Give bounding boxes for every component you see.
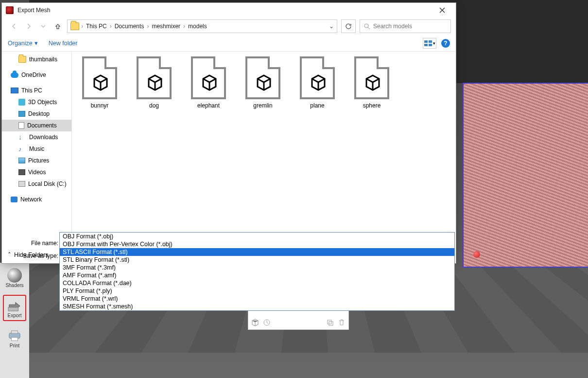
folder-icon (70, 22, 79, 30)
app-left-toolbar: Shaders Export Print (0, 263, 29, 378)
breadcrumb-sep: › (81, 23, 83, 30)
file-name: bunnyr (91, 102, 109, 109)
tree-item-network[interactable]: Network (2, 194, 71, 205)
savetype-dropdown-list[interactable]: OBJ Format (*.obj)OBJ Format with Per-Ve… (59, 232, 455, 311)
tree-item-label: Desktop (28, 110, 50, 117)
dialog-toolbar: Organize ▾ New folder ▾ ? (2, 35, 456, 52)
svg-rect-9 (429, 40, 432, 43)
organize-label: Organize (8, 40, 33, 47)
format-option[interactable]: AMF Format (*.amf) (60, 271, 454, 279)
forward-button[interactable] (23, 21, 34, 32)
format-option[interactable]: COLLADA Format (*.dae) (60, 279, 454, 287)
svg-rect-3 (12, 337, 18, 341)
file-name: gremlin (253, 102, 272, 109)
back-button[interactable] (9, 21, 19, 32)
nav-tree[interactable]: thumbnailsOneDriveThis PC3D ObjectsDeskt… (2, 52, 72, 234)
address-bar[interactable]: › This PC › Documents › meshmixer › mode… (67, 19, 337, 33)
tree-item-videos[interactable]: Videos (2, 166, 71, 178)
tree-item-desktop[interactable]: Desktop (2, 108, 71, 120)
clock-icon[interactable] (263, 319, 271, 326)
tree-item-pictures[interactable]: Pictures (2, 155, 71, 166)
svg-rect-0 (8, 307, 18, 310)
file-list[interactable]: bunnyrdogelephantgremlinplanesphere (72, 52, 456, 234)
tree-item-this-pc[interactable]: This PC (2, 85, 71, 96)
breadcrumb-item[interactable]: models (187, 23, 208, 30)
dialog-titlebar: Export Mesh (2, 3, 456, 18)
up-button[interactable] (52, 21, 63, 32)
file-name: elephant (197, 102, 220, 109)
file-icon (82, 56, 117, 99)
recent-button[interactable] (38, 21, 49, 32)
hide-folders-label: Hide Folders (14, 252, 49, 258)
print-button[interactable]: Print (3, 325, 26, 351)
file-icon (300, 56, 335, 99)
breadcrumb-sep: › (110, 23, 112, 30)
breadcrumb-sep: › (147, 23, 149, 30)
file-icon (137, 56, 172, 99)
tree-item-label: Music (29, 145, 44, 152)
tree-item-documents[interactable]: Documents (2, 120, 71, 131)
breadcrumb-item[interactable]: Documents (114, 23, 145, 30)
tree-item-downloads[interactable]: ↓Downloads (2, 131, 71, 143)
format-option[interactable]: OBJ Format with Per-Vertex Color (*.obj) (60, 240, 454, 248)
shaders-label: Shaders (5, 283, 23, 288)
format-option[interactable]: OBJ Format (*.obj) (60, 233, 454, 240)
address-dropdown-icon[interactable]: ⌄ (329, 23, 334, 30)
cube-icon[interactable] (251, 319, 259, 326)
svg-rect-10 (424, 44, 428, 46)
format-option[interactable]: 3MF Format (*.3mf) (60, 264, 454, 271)
tree-item-label: Videos (28, 169, 46, 176)
tree-item-label: Documents (27, 122, 57, 129)
svg-rect-8 (424, 40, 428, 43)
format-option[interactable]: PLY Format (*.ply) (60, 287, 454, 295)
sphere-icon (7, 268, 22, 283)
file-item[interactable]: dog (133, 56, 175, 109)
file-item[interactable]: plane (296, 56, 338, 109)
breadcrumb-item[interactable]: meshmixer (151, 23, 181, 30)
viewport-gizmo (473, 251, 480, 258)
tree-item-label: thumbnails (29, 56, 57, 63)
format-option[interactable]: SMESH Format (*.smesh) (60, 303, 454, 310)
view-mode-button[interactable]: ▾ (423, 38, 436, 49)
chevron-up-icon: ˄ (8, 251, 11, 258)
format-option[interactable]: STL ASCII Format (*.stl) (60, 248, 454, 256)
trash-icon[interactable] (338, 319, 346, 326)
svg-rect-2 (12, 330, 18, 333)
search-input[interactable] (373, 23, 447, 30)
file-item[interactable]: sphere (351, 56, 393, 109)
refresh-button[interactable] (341, 19, 356, 33)
svg-rect-11 (429, 44, 432, 46)
file-item[interactable]: elephant (188, 56, 229, 109)
format-option[interactable]: VRML Format (*.wrl) (60, 295, 454, 303)
organize-button[interactable]: Organize ▾ (8, 39, 38, 47)
tree-item-thumbnails[interactable]: thumbnails (2, 54, 71, 65)
search-box[interactable] (360, 19, 451, 33)
viewport-mesh (463, 83, 588, 268)
tree-item-onedrive[interactable]: OneDrive (2, 69, 71, 81)
new-folder-button[interactable]: New folder (49, 40, 78, 47)
breadcrumb-sep: › (183, 23, 185, 30)
tree-item-local-disk-c-[interactable]: Local Disk (C:) (2, 178, 71, 190)
svg-rect-6 (329, 322, 333, 325)
close-button[interactable] (432, 3, 452, 18)
breadcrumb-item[interactable]: This PC (85, 23, 108, 30)
tree-item-music[interactable]: ♪Music (2, 143, 71, 155)
format-option[interactable]: STL Binary Format (*.stl) (60, 256, 454, 264)
hide-folders-button[interactable]: ˄ Hide Folders (8, 251, 49, 258)
shaders-button[interactable]: Shaders (3, 265, 26, 291)
printer-icon (6, 328, 23, 343)
tree-item-3d-objects[interactable]: 3D Objects (2, 96, 71, 108)
print-label: Print (10, 343, 20, 348)
file-item[interactable]: gremlin (242, 56, 284, 109)
tree-item-label: This PC (21, 87, 42, 94)
dialog-title: Export Mesh (17, 7, 50, 14)
export-button[interactable]: Export (3, 295, 26, 321)
file-item[interactable]: bunnyr (79, 56, 121, 109)
copy-icon[interactable] (326, 319, 334, 326)
tree-item-label: Network (20, 196, 42, 203)
export-label: Export (8, 313, 22, 318)
svg-rect-5 (328, 320, 331, 324)
help-button[interactable]: ? (441, 39, 450, 48)
file-name: dog (149, 102, 159, 109)
file-icon (191, 56, 226, 99)
